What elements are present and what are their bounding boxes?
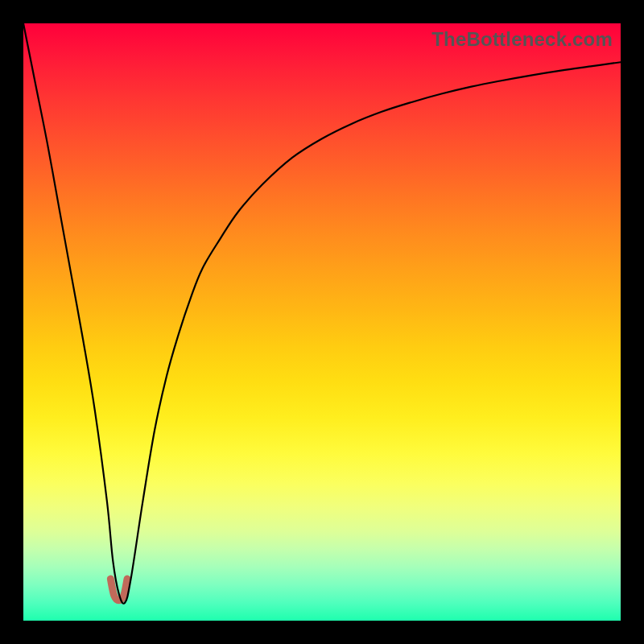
chart-svg <box>23 23 621 621</box>
watermark-text: TheBottleneck.com <box>431 28 613 51</box>
main-curve-path <box>23 23 621 604</box>
plot-area: TheBottleneck.com <box>23 23 621 621</box>
tip-marker-path <box>110 579 127 601</box>
chart-frame: TheBottleneck.com <box>0 0 644 644</box>
